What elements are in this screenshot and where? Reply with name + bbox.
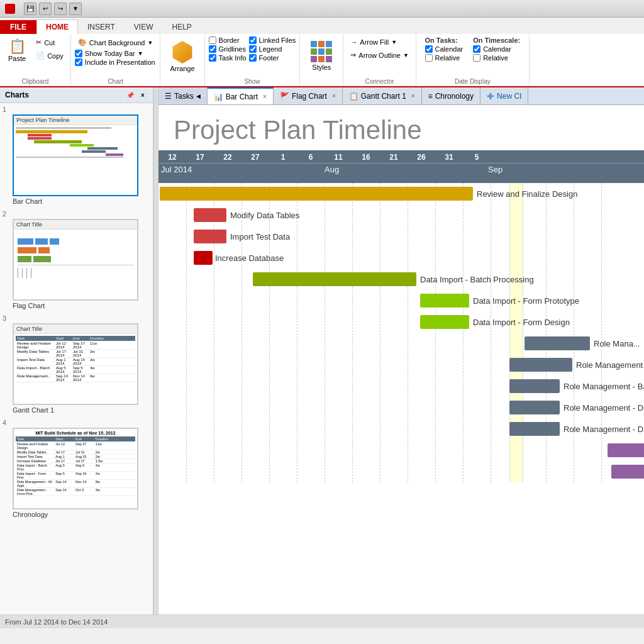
gantt-label: Modify Data Tables: [230, 211, 299, 220]
flag-chart-close-icon[interactable]: ×: [332, 92, 336, 99]
quick-access-button[interactable]: ▼: [69, 3, 82, 15]
taskinfo-checkbox[interactable]: [209, 54, 216, 62]
list-item[interactable]: 3 Chart Title TaskStartEndDuration Revie…: [3, 314, 150, 414]
ribbon-group-show: Border Gridlines Task Info Linked Files: [205, 34, 301, 86]
include-presentation-row: Include in Presentation: [75, 58, 157, 66]
border-checkbox[interactable]: [209, 36, 216, 44]
tab-tasks[interactable]: ☰ Tasks ◀: [158, 87, 208, 104]
linked-files-row: Linked Files: [249, 36, 296, 44]
footer-checkbox[interactable]: [249, 54, 257, 62]
tab-help[interactable]: HELP: [162, 19, 201, 34]
chart-tabs: ☰ Tasks ◀ 📊 Bar Chart × 🚩 Flag Chart × 📋…: [158, 87, 644, 105]
bar-chart-thumbnail[interactable]: Project Plan Timeline: [13, 114, 138, 196]
gantt-bar: [509, 358, 572, 372]
arrange-button[interactable]: Arrange: [164, 36, 200, 77]
calendar-on-tasks-checkbox[interactable]: [425, 45, 433, 53]
list-item[interactable]: 4 MIT Build Schedule as of Nov 15, 2012 …: [3, 419, 150, 518]
gantt-close-icon[interactable]: ×: [411, 92, 415, 99]
include-presentation-checkbox[interactable]: [75, 58, 82, 66]
tab-bar-chart[interactable]: 📊 Bar Chart ×: [208, 87, 274, 104]
gantt-bar: [608, 443, 644, 457]
redo-button[interactable]: ↪: [54, 3, 67, 15]
charts-sidebar: Charts 📌 × 1 Project Plan Timeline: [0, 87, 153, 614]
ribbon: 📋 Paste ✂ Cut 📄 Copy Clipboard 🎨: [0, 34, 644, 87]
chronology-thumbnail[interactable]: MIT Build Schedule as of Nov 15, 2012 Ta…: [13, 428, 138, 509]
arrow-outline-button[interactable]: ⇒ Arrow Outline ▼: [347, 49, 412, 61]
gantt-label: Role Management - DB Implement...: [564, 425, 644, 434]
tab-new-ci[interactable]: ✚ New CI: [480, 87, 528, 104]
cut-icon: ✂: [36, 38, 42, 47]
show-today-bar-checkbox[interactable]: [75, 50, 82, 57]
pin-button[interactable]: 📌: [125, 90, 135, 100]
gantt-tab-icon: 📋: [349, 92, 358, 101]
today-bar-chevron: ▼: [138, 50, 143, 57]
timeline-months: Jul 2014 Aug Sep: [158, 164, 644, 174]
gantt-bar: [253, 272, 416, 286]
tab-file[interactable]: FILE: [0, 20, 36, 34]
date-display-section-label: Date Display: [455, 78, 491, 85]
gantt-label: Role Management - Design: [564, 403, 644, 413]
calendar-on-timescale-row: Calendar: [473, 45, 520, 53]
sidebar-controls[interactable]: 📌 ×: [125, 90, 148, 100]
paste-button[interactable]: 📋 Paste: [4, 36, 30, 65]
relative-on-tasks-checkbox[interactable]: [425, 54, 433, 62]
linked-files-checkbox[interactable]: [249, 36, 257, 44]
bar-chart-tab-icon: 📊: [214, 92, 223, 101]
gridlines-checkbox[interactable]: [209, 45, 216, 53]
gantt-row: Role Mana...: [158, 333, 644, 354]
close-sidebar-button[interactable]: ×: [138, 90, 148, 100]
tab-view[interactable]: VIEW: [125, 19, 163, 34]
gantt-row: Data Import - Batch Processing: [158, 269, 644, 290]
legend-checkbox[interactable]: [249, 45, 257, 53]
date-display-col: On Tasks: Calendar FILE Relative On Time…: [425, 36, 521, 62]
gantt-bar: [611, 465, 644, 479]
app-icon: [5, 4, 15, 14]
ribbon-group-arrange: Arrange a: [160, 34, 204, 86]
sidebar-splitter[interactable]: [153, 87, 158, 614]
bar-chart-close-icon[interactable]: ×: [263, 93, 267, 100]
copy-button[interactable]: 📄 Copy: [33, 50, 67, 62]
gantt-label: Role Management - Form Prot...: [576, 360, 644, 370]
chart-background-button[interactable]: 🎨 Chart Background ▼: [75, 36, 157, 48]
flag-chart-thumbnail[interactable]: Chart Title: [13, 219, 138, 301]
calendar-on-timescale-checkbox[interactable]: [473, 45, 480, 53]
chart-content: 🎨 Chart Background ▼ Show Today Bar ▼ In…: [75, 36, 157, 77]
tab-insert[interactable]: INSERT: [78, 19, 125, 34]
save-button[interactable]: 💾: [24, 3, 36, 15]
arrow-fill-button[interactable]: → Arrow Fill ▼: [347, 36, 412, 48]
gantt-label: Review and Finalize Design: [477, 189, 577, 199]
tab-gantt-chart-1[interactable]: 📋 Gantt Chart 1 ×: [343, 87, 422, 104]
tab-chronology[interactable]: ≡ Chronology: [422, 87, 480, 104]
clipboard-col: ✂ Cut 📄 Copy: [33, 36, 67, 62]
list-item[interactable]: 2 Chart Title: [3, 210, 150, 309]
tab-home[interactable]: HOME: [36, 19, 78, 34]
taskinfo-row: Task Info: [209, 54, 247, 62]
gantt-bar: [194, 208, 226, 222]
cut-button[interactable]: ✂ Cut: [33, 36, 67, 48]
ribbon-group-styles: Styles s: [300, 34, 343, 86]
ribbon-group-clipboard: 📋 Paste ✂ Cut 📄 Copy Clipboard: [0, 34, 71, 86]
connector-content: → Arrow Fill ▼ ⇒ Arrow Outline ▼: [347, 36, 412, 77]
connector-col: → Arrow Fill ▼ ⇒ Arrow Outline ▼: [347, 36, 412, 61]
arrow-fill-chevron: ▼: [391, 39, 397, 45]
styles-button[interactable]: Styles: [304, 36, 339, 74]
show-label: Show: [244, 78, 260, 85]
tab-flag-chart[interactable]: 🚩 Flag Chart ×: [274, 87, 343, 104]
gantt-row: Import Test Data: [158, 226, 644, 247]
gantt-label: Data Import - Form Prototype: [473, 296, 579, 306]
main-area: Charts 📌 × 1 Project Plan Timeline: [0, 87, 644, 614]
list-item[interactable]: 1 Project Plan Timeline: [3, 106, 150, 205]
chart-label: Chart: [108, 78, 123, 85]
undo-button[interactable]: ↩: [39, 3, 52, 15]
date-display-content: On Tasks: Calendar FILE Relative On Time…: [425, 36, 521, 78]
gantt-chart-area: Review and Finalize Design Modify Data T…: [158, 183, 644, 482]
gantt-bar: [420, 315, 469, 329]
show-content: Border Gridlines Task Info Linked Files: [209, 36, 296, 77]
gantt-chart-thumbnail[interactable]: Chart Title TaskStartEndDuration Review …: [13, 323, 138, 405]
chart-options-col: 🎨 Chart Background ▼ Show Today Bar ▼ In…: [75, 36, 157, 66]
arrange-icon: [171, 41, 194, 64]
title-bar-controls[interactable]: 💾 ↩ ↪ ▼: [24, 3, 82, 15]
flag-chart-tab-label: Flag Chart: [292, 92, 327, 101]
gantt-row: Data Import - Form Design: [158, 311, 644, 333]
relative-on-timescale-checkbox[interactable]: [473, 54, 480, 62]
